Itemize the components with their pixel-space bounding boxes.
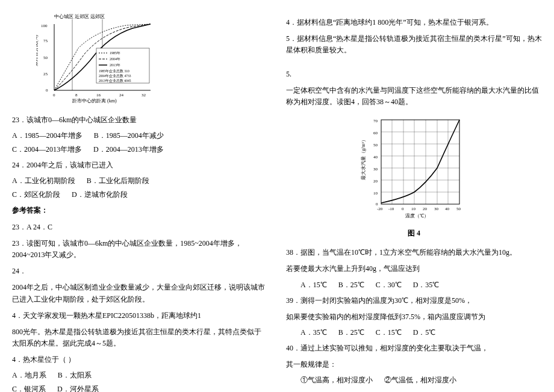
svg-text:1985年企业总数  310: 1985年企业总数 310 <box>99 69 129 73</box>
svg-text:60: 60 <box>373 131 378 135</box>
figure-4-wrap: 70 60 50 40 30 20 10 0 -20 -10 0 10 20 3… <box>286 114 542 238</box>
q39-sub: 如果要使实验箱内的相对湿度降低到37.5%，箱内温度应调节为 <box>286 311 542 323</box>
q40-sub: 其一般规律是： <box>286 359 542 370</box>
left-column: 中心城区 近郊区 远郊区 100 75 50 25 0 0 8 16 24 32… <box>12 12 268 392</box>
svg-text:50: 50 <box>456 207 461 211</box>
q24-options-2: C．郊区化阶段 D．逆城市化阶段 <box>12 190 268 200</box>
q38-opt-d: D．35℃ <box>413 280 440 290</box>
answer-24-num: 24． <box>12 266 268 277</box>
svg-text:70: 70 <box>373 119 378 123</box>
humidity-intro: 一定体积空气中含有的水汽量与同温度下这些空气所能容纳的最大水汽量的比值称为相对湿… <box>286 85 542 108</box>
q38-opt-b: B．25℃ <box>338 280 364 290</box>
q38-opt-a: A．15℃ <box>300 280 327 290</box>
svg-text:10: 10 <box>373 191 378 196</box>
svg-text:50: 50 <box>43 55 48 60</box>
q4-options: A．地月系 B．太阳系 <box>12 370 268 381</box>
right-column: 4．据材料信息“距离地球约1 800光年”可知，热木星位于银河系。 5．据材料信… <box>286 12 542 392</box>
svg-text:40: 40 <box>373 155 378 160</box>
q39-options: A．35℃ B．25℃ C．15℃ D．5℃ <box>286 328 542 338</box>
svg-text:2013年企业总数 6045: 2013年企业总数 6045 <box>99 79 131 82</box>
q24-opt-d: D．逆城市化阶段 <box>72 190 128 200</box>
q38-stem: 38．据图，当气温在10℃时，1立方米空气所能容纳的最大水汽量为10g。 <box>286 247 542 258</box>
svg-text:10: 10 <box>411 207 416 211</box>
svg-text:75: 75 <box>43 39 48 43</box>
q39-opt-b: B．25℃ <box>338 328 364 338</box>
svg-text:20: 20 <box>373 179 378 184</box>
q39-opt-c: C．15℃ <box>376 328 402 338</box>
answer-1: 23．A 24．C <box>12 222 268 233</box>
expl-q4: 4．据材料信息“距离地球约1 800光年”可知，热木星位于银河系。 <box>286 17 542 28</box>
q40-stem: 40．通过上述实验可以推知，相对湿度的变化主要取决于气温， <box>286 343 542 354</box>
q39-opt-d: D．5℃ <box>413 328 436 338</box>
q4-intro-2: 800光年。热木星是指公转轨道极为接近其宿主恒星的类木行星，其特点类似于太阳系的… <box>12 326 268 349</box>
svg-text:30: 30 <box>434 207 439 211</box>
q24-options: A．工业化初期阶段 B．工业化后期阶段 <box>12 176 268 186</box>
q4-opt-a: A．地月系 <box>12 370 46 381</box>
q24-opt-a: A．工业化初期阶段 <box>12 176 75 186</box>
svg-text:最大水汽量（g/m³）: 最大水汽量（g/m³） <box>361 137 366 180</box>
q23-opt-c: C．2004—2013年增多 <box>12 145 82 155</box>
svg-text:50: 50 <box>373 143 378 148</box>
svg-text:0: 0 <box>53 93 55 98</box>
q39-opt-a: A．35℃ <box>300 328 327 338</box>
q40-opt-1: ①气温高，相对湿度小 <box>300 375 373 385</box>
q38-options: A．15℃ B．25℃ C．30℃ D．35℃ <box>286 280 542 290</box>
q4-stem: 4．热木星位于（ ） <box>12 354 268 366</box>
q38-opt-c: C．30℃ <box>376 280 402 290</box>
q24-opt-b: B．工业化后期阶段 <box>87 176 149 186</box>
q4-opt-c: C．银河系 <box>12 384 46 392</box>
q40-options: ①气温高，相对湿度小 ②气温低，相对湿度小 <box>286 375 542 385</box>
q24-stem: 24．2004年之后，该城市已进入 <box>12 160 268 171</box>
svg-text:2013年: 2013年 <box>110 63 120 67</box>
expl-q5: 5．据材料信息“热木星是指公转轨道极为接近其宿主恒星的类木行星”可知，热木星体积… <box>286 33 542 56</box>
q4-opt-d: D．河外星系 <box>57 384 99 392</box>
svg-text:16: 16 <box>96 93 101 98</box>
q39-stem: 39．测得一封闭实验箱内的温度为30℃，相对湿度是50%， <box>286 295 542 306</box>
svg-text:-20: -20 <box>377 207 383 211</box>
svg-text:0: 0 <box>46 88 48 93</box>
svg-text:24: 24 <box>119 93 124 98</box>
svg-text:40: 40 <box>445 207 450 211</box>
svg-text:0: 0 <box>376 202 378 207</box>
svg-text:-10: -10 <box>388 207 394 211</box>
q40-opt-2: ②气温低，相对湿度小 <box>384 375 456 385</box>
svg-text:8: 8 <box>75 93 78 98</box>
q23-stem: 23．该城市0—6km的中心城区企业数量 <box>12 114 268 126</box>
figure-4-chart: 70 60 50 40 30 20 10 0 -20 -10 0 10 20 3… <box>360 114 468 222</box>
answer-heading-1: 参考答案： <box>12 205 268 216</box>
svg-text:2004年企业总数 4733: 2004年企业总数 4733 <box>99 74 131 78</box>
svg-text:累计百分比(%): 累计百分比(%) <box>36 35 39 66</box>
svg-text:距市中心的距离 (km): 距市中心的距离 (km) <box>72 98 117 104</box>
enterprise-chart: 中心城区 近郊区 远郊区 100 75 50 25 0 0 8 16 24 32… <box>36 12 157 108</box>
answer-expl-24: 2004年之后，中心城区制造业企业数量减少，大量企业向郊区迁移，说明该城市已进入… <box>12 282 268 305</box>
svg-text:100: 100 <box>41 23 48 28</box>
svg-text:1985年: 1985年 <box>110 51 120 55</box>
answer-expl-23: 23．读图可知，该城市0—6km的中心城区企业数量，1985~2004年增多，2… <box>12 238 268 261</box>
svg-rect-14 <box>96 48 149 83</box>
section-5: 5. <box>286 69 542 80</box>
svg-text:25: 25 <box>43 72 48 76</box>
chart-top-label: 中心城区 近郊区 远郊区 <box>54 14 105 19</box>
svg-text:32: 32 <box>142 93 146 98</box>
svg-text:30: 30 <box>373 167 378 172</box>
q23-opt-d: D．2004—2013年增多 <box>93 145 164 155</box>
q23-opt-b: B．1985—2004年减少 <box>94 131 164 141</box>
q38-sub: 若要使最大水汽量上升到40g，气温应达到 <box>286 263 542 275</box>
svg-text:温度（℃）: 温度（℃） <box>405 213 429 219</box>
q4-opt-b: B．太阳系 <box>58 370 92 381</box>
q4-intro-1: 4．天文学家发现一颗热木星EPIC220501338b，距离地球约1 <box>12 310 268 322</box>
svg-text:0: 0 <box>402 207 404 211</box>
figure-4-label: 图 4 <box>286 228 542 238</box>
svg-text:20: 20 <box>423 207 428 211</box>
q23-opt-a: A．1985—2004年增多 <box>12 131 82 141</box>
q23-options: A．1985—2004年增多 B．1985—2004年减少 <box>12 131 268 141</box>
q24-opt-c: C．郊区化阶段 <box>12 190 60 200</box>
q4-options-2: C．银河系 D．河外星系 <box>12 384 268 392</box>
q23-options-2: C．2004—2013年增多 D．2004—2013年增多 <box>12 145 268 155</box>
svg-rect-26 <box>381 120 459 204</box>
svg-text:2004年: 2004年 <box>110 57 120 61</box>
